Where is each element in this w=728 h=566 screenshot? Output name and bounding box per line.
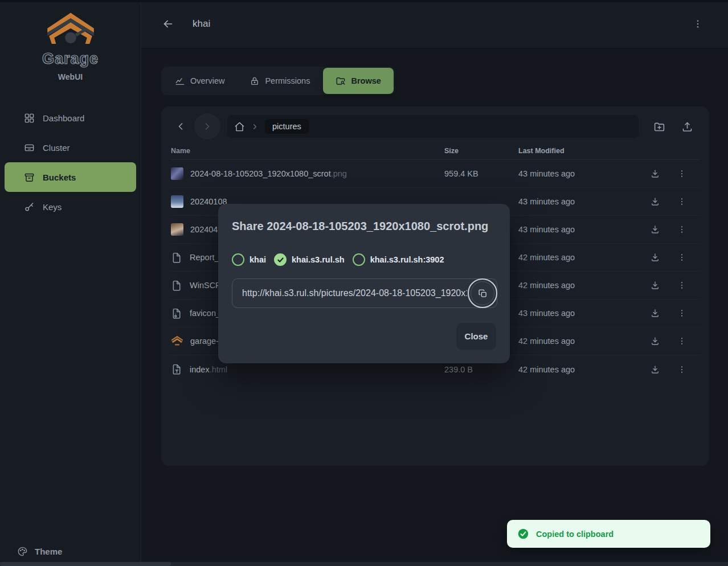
file-modified: 43 minutes ago (518, 225, 645, 234)
download-icon[interactable] (650, 196, 660, 207)
bucket-title: khai (193, 18, 210, 30)
file-icon (171, 280, 183, 292)
theme-label: Theme (35, 547, 62, 556)
table-header: Name Size Last Modified (170, 142, 700, 160)
radio-label: khai.s3.rul.sh (292, 255, 345, 264)
upload-icon[interactable] (681, 121, 693, 133)
file-modified: 42 minutes ago (518, 365, 645, 374)
toast-notification: Copied to clipboard (507, 520, 710, 548)
row-kebab-icon[interactable] (677, 337, 686, 346)
file-modified: 43 minutes ago (518, 309, 645, 318)
toast-message: Copied to clipboard (536, 530, 614, 539)
row-kebab-icon[interactable] (677, 225, 686, 234)
file-modified: 43 minutes ago (518, 169, 645, 178)
share-modal-title: Share 2024-08-18-105203_1920x1080_scrot.… (232, 220, 496, 233)
sidebar-nav: Dashboard Cluster Buckets (0, 103, 141, 222)
palette-icon (17, 546, 28, 557)
new-folder-icon[interactable] (653, 121, 665, 133)
sidebar-item-buckets[interactable]: Buckets (5, 162, 136, 192)
file-size: 239.0 B (444, 365, 518, 374)
row-kebab-icon[interactable] (677, 169, 686, 178)
sidebar-item-keys[interactable]: Keys (5, 192, 136, 222)
table-row[interactable]: 2024-08-18-105203_1920x1080_scrot.png 95… (170, 160, 700, 188)
tab-label: Browse (351, 76, 381, 85)
file-name: index (190, 365, 210, 374)
image-thumbnail (171, 167, 183, 180)
download-icon[interactable] (650, 280, 660, 290)
close-button[interactable]: Close (456, 323, 496, 350)
share-url-input[interactable] (232, 278, 497, 308)
app-logo: Garage WebUI (42, 10, 99, 81)
topbar: khai (141, 0, 728, 48)
row-kebab-icon[interactable] (677, 197, 686, 206)
row-kebab-icon[interactable] (677, 365, 686, 374)
copy-url-button[interactable] (471, 281, 494, 305)
sidebar-item-label: Dashboard (43, 113, 84, 123)
breadcrumb-folder-pictures[interactable]: pictures (265, 119, 309, 134)
tab-overview[interactable]: Overview (162, 67, 237, 95)
cluster-drawer-icon (24, 142, 35, 153)
file-size: 959.4 KB (444, 169, 518, 178)
key-icon (24, 202, 35, 212)
tab-browse[interactable]: Browse (323, 68, 393, 94)
sidebar-item-label: Cluster (43, 143, 70, 153)
image-thumbnail (171, 223, 183, 236)
success-check-icon (517, 528, 529, 540)
sidebar-item-label: Buckets (43, 173, 76, 182)
radio-unchecked-icon (232, 253, 244, 266)
sidebar-item-dashboard[interactable]: Dashboard (5, 103, 136, 133)
row-kebab-icon[interactable] (677, 253, 686, 262)
file-extension: .png (331, 169, 347, 178)
chevron-right-icon (251, 122, 259, 131)
history-forward-chevron-icon[interactable] (194, 113, 220, 140)
download-icon[interactable] (650, 252, 660, 263)
column-size: Size (444, 147, 518, 155)
row-kebab-icon[interactable] (677, 281, 686, 290)
sidebar-item-cluster[interactable]: Cluster (5, 133, 136, 162)
garage-logo-thumbnail (171, 335, 183, 347)
column-last-modified: Last Modified (518, 147, 645, 155)
app-subtitle: WebUI (58, 72, 83, 81)
file-extension: .html (210, 365, 227, 374)
tab-label: Overview (190, 76, 224, 85)
share-url-row (232, 278, 497, 308)
bucket-menu-kebab-icon[interactable] (693, 19, 703, 29)
column-name: Name (170, 147, 444, 155)
sidebar: Garage WebUI Dashboard Clus (0, 0, 141, 566)
horizontal-scrollbar[interactable] (0, 562, 728, 566)
scrollbar-thumb[interactable] (0, 562, 171, 566)
file-modified: 42 minutes ago (518, 281, 645, 290)
file-binary-icon (171, 307, 183, 319)
row-kebab-icon[interactable] (677, 309, 686, 318)
breadcrumb: pictures (227, 115, 639, 138)
download-icon[interactable] (650, 308, 660, 318)
radio-option-khai-s3[interactable]: khai.s3.rul.sh (274, 253, 345, 266)
radio-option-khai-s3-3902[interactable]: khai.s3.rul.sh:3902 (353, 253, 444, 266)
home-icon[interactable] (234, 121, 245, 132)
back-arrow-icon[interactable] (162, 18, 174, 30)
download-icon[interactable] (650, 224, 660, 235)
download-icon[interactable] (650, 364, 660, 375)
radio-unchecked-icon (353, 253, 365, 266)
download-icon[interactable] (650, 336, 660, 346)
history-back-chevron-icon[interactable] (170, 121, 191, 132)
lock-icon (250, 76, 260, 86)
folder-search-icon (336, 76, 346, 86)
tab-permissions[interactable]: Permissions (237, 67, 322, 95)
file-name: 2024-08-18-105203_1920x1080_scrot (190, 169, 331, 178)
file-html-icon (171, 363, 183, 375)
radio-option-khai[interactable]: khai (232, 253, 266, 266)
copy-icon (478, 289, 488, 298)
file-modified: 42 minutes ago (518, 253, 645, 262)
file-modified: 43 minutes ago (518, 197, 645, 206)
window-top-edge (0, 0, 728, 2)
download-icon[interactable] (650, 169, 660, 179)
tab-label: Permissions (265, 76, 310, 85)
theme-toggle[interactable]: Theme (17, 546, 62, 557)
image-thumbnail (171, 195, 183, 208)
browser-toolbar: pictures (170, 113, 700, 140)
radio-label: khai.s3.rul.sh:3902 (370, 255, 444, 264)
app-title: Garage (42, 50, 99, 68)
share-modal: Share 2024-08-18-105203_1920x1080_scrot.… (218, 204, 510, 363)
radio-checked-icon (274, 253, 287, 266)
